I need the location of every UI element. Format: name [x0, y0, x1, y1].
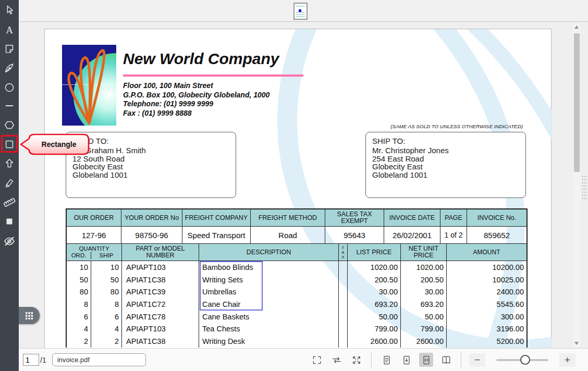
items-header-row: QUANTITY ORD. SHIP PART or MODEL NUMBER … — [67, 244, 526, 261]
zoom-in-button[interactable]: + — [559, 353, 575, 367]
item-tax — [339, 286, 348, 298]
circle-icon — [4, 82, 15, 93]
item-part: APIAT1C39 — [122, 286, 199, 298]
thumbnail-line — [296, 12, 305, 13]
table-cell: 98750-96 — [121, 227, 182, 244]
item-net-price: 2600.00 — [401, 335, 447, 348]
ship-to-line: 254 East Road — [372, 155, 519, 163]
panel-resize-grip[interactable] — [582, 175, 587, 199]
zoom-slider-knob[interactable] — [520, 355, 530, 365]
page-thumbnail-bar — [19, 0, 588, 22]
item-ord: 80 — [67, 286, 91, 298]
item-ord: 6 — [67, 311, 91, 323]
sold-to-line: Globecity East — [72, 163, 229, 171]
single-page-view-button[interactable] — [379, 353, 394, 367]
fullscreen-button[interactable] — [310, 353, 324, 367]
fullscreen-icon — [312, 355, 322, 365]
ord-label: ORD. — [67, 252, 91, 259]
column-header: SALES TAX EXEMPT — [325, 209, 384, 227]
table-cell: 95643 — [325, 227, 384, 244]
filled-square-icon — [4, 216, 15, 227]
fit-view-button[interactable] — [419, 353, 433, 367]
hide-annotations-tool[interactable] — [2, 234, 17, 249]
thumbnail-line — [296, 14, 305, 15]
item-tax — [339, 261, 348, 274]
ship-to-box: SHIP TO: Mr. Christopher Jones 254 East … — [365, 132, 526, 198]
table-cell: 859652 — [467, 227, 526, 244]
items-body: 1010APIAPT103Bamboo Blinds1020.001020.00… — [67, 261, 526, 348]
item-list-price: 693.20 — [348, 298, 401, 311]
item-part: APIAT1C72 — [122, 298, 199, 311]
rectangle-annotation[interactable] — [200, 261, 263, 311]
ruler-tool[interactable] — [2, 195, 17, 209]
vertical-scrollbar[interactable] — [573, 22, 580, 348]
cursor-icon — [4, 4, 15, 16]
arrow-tool[interactable] — [2, 156, 17, 171]
ruler-icon — [3, 196, 16, 208]
ship-to-line: Mr. Christopher Jones — [372, 146, 519, 155]
document-viewer: New World Company Floor 100, 100 Main St… — [19, 22, 573, 348]
item-ord: 2 — [67, 335, 91, 348]
table-cell: Road — [251, 227, 325, 244]
fit-width-button[interactable] — [329, 353, 344, 367]
column-header: INVOICE DATE — [384, 209, 440, 227]
scroll-down-icon[interactable] — [574, 342, 579, 345]
item-net-price: 799.00 — [401, 323, 447, 335]
ship-to-line: Globeland 1001 — [372, 171, 519, 179]
page-fit-icon — [421, 355, 432, 365]
company-name: New World Company — [123, 50, 279, 68]
single-page-icon — [382, 355, 392, 365]
zoom-out-button[interactable]: − — [469, 353, 485, 367]
zoom-slider[interactable] — [496, 359, 548, 361]
item-ship: 50 — [91, 274, 122, 286]
pen-icon — [4, 63, 15, 74]
item-list-price: 799.00 — [348, 323, 401, 335]
text-icon: A — [3, 23, 16, 36]
item-amount: 300.00 — [447, 311, 526, 323]
address-line: Fax : (01) 9999 8888 — [123, 109, 270, 118]
pen-tool[interactable] — [2, 61, 17, 76]
scrollbar-thumb[interactable] — [574, 33, 580, 172]
page-thumbnail[interactable] — [293, 3, 308, 20]
item-part: APIAPT103 — [122, 261, 199, 274]
page-scroll-icon — [401, 355, 412, 365]
bottom-toolbar: /1 − + — [19, 348, 588, 371]
item-amount: 3196.00 — [447, 323, 526, 335]
item-desc: Tea Chests — [199, 323, 339, 335]
item-amount: 5200.00 — [447, 335, 526, 348]
fit-page-button[interactable] — [349, 353, 363, 367]
grid-panel-toggle[interactable] — [19, 307, 40, 324]
book-icon — [441, 355, 451, 365]
filled-rectangle-tool[interactable] — [2, 214, 17, 229]
item-ord: 4 — [67, 323, 91, 335]
polygon-tool[interactable] — [2, 118, 17, 132]
note-tool[interactable] — [2, 42, 17, 56]
filename-input[interactable] — [52, 353, 146, 366]
book-view-button[interactable] — [439, 353, 453, 367]
table-cell: 127-96 — [67, 227, 121, 244]
item-list-price: 200.50 — [348, 274, 401, 286]
column-header-quantity: QUANTITY ORD. SHIP — [67, 244, 122, 261]
address-line: G.P.O. Box 100, Globecity Globeland, 100… — [123, 91, 270, 100]
text-tool[interactable]: A — [2, 22, 17, 37]
polygon-icon — [4, 119, 15, 131]
item-ship: 4 — [91, 323, 122, 335]
select-tool[interactable] — [2, 3, 17, 17]
eye-slash-icon — [3, 235, 16, 248]
item-tax — [339, 311, 348, 323]
toolbar-separator — [371, 353, 372, 367]
line-tool[interactable] — [2, 98, 17, 113]
ellipse-tool[interactable] — [2, 80, 17, 95]
arrow-up-icon — [4, 158, 15, 169]
table-cell: 26/02/2001 — [384, 227, 440, 244]
page-number-input[interactable] — [23, 354, 39, 366]
company-logo — [62, 45, 116, 126]
quantity-label: QUANTITY — [79, 245, 109, 252]
pdf-page: New World Company Floor 100, 100 Main St… — [44, 29, 552, 348]
scrolling-view-button[interactable] — [399, 353, 413, 367]
note-icon — [4, 43, 15, 55]
grid-icon — [24, 311, 34, 320]
highlighter-tool[interactable] — [2, 176, 17, 190]
scroll-up-icon[interactable] — [574, 26, 579, 29]
sold-to-line: Globeland 1001 — [72, 171, 229, 179]
